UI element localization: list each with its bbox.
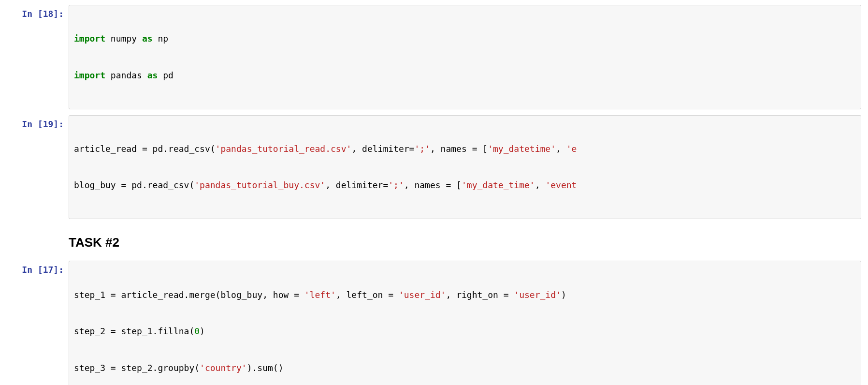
prompt-in-17: In [17]: [7, 261, 69, 385]
code-input-19[interactable]: article_read = pd.read_csv('pandas_tutor… [69, 115, 861, 220]
code-input-18[interactable]: import numpy as np import pandas as pd [69, 5, 861, 109]
markdown-task2: TASK #2 [0, 225, 868, 255]
cell-18: In [18]: import numpy as np import panda… [0, 5, 868, 109]
prompt-empty [7, 225, 69, 255]
code-input-17[interactable]: step_1 = article_read.merge(blog_buy, ho… [69, 261, 861, 385]
prompt-in-19: In [19]: [7, 115, 69, 220]
heading-task2: TASK #2 [69, 234, 861, 251]
cell-17-in: In [17]: step_1 = article_read.merge(blo… [0, 261, 868, 385]
cell-19: In [19]: article_read = pd.read_csv('pan… [0, 115, 868, 220]
prompt-in-18: In [18]: [7, 5, 69, 109]
